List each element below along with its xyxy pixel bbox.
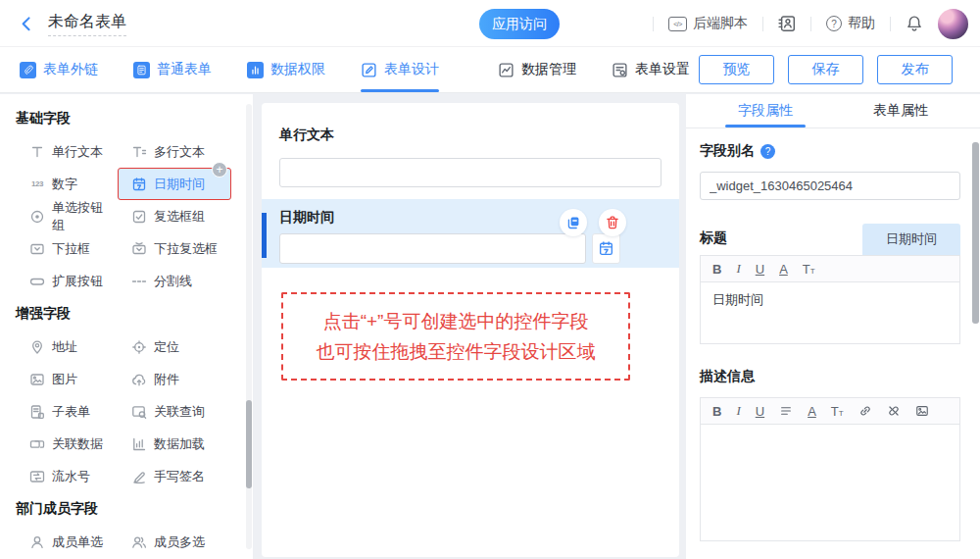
field-datetime-selected[interactable]: 日期时间 <box>262 199 679 268</box>
fontsize-tool[interactable]: TT <box>803 262 815 277</box>
link-tool[interactable] <box>858 404 872 418</box>
locate-icon <box>131 339 147 355</box>
title-editor-toolbar: BIUATT <box>700 255 960 282</box>
panel-tabs: 字段属性 表单属性 <box>686 94 980 128</box>
tab-document[interactable]: 普通表单 <box>133 47 212 92</box>
tab-paperclip[interactable]: 表单外链 <box>20 47 98 92</box>
datetime-input[interactable] <box>279 233 586 264</box>
color-tool[interactable]: A <box>779 262 788 277</box>
bold-tool[interactable]: B <box>712 404 721 419</box>
fontsize-tool[interactable]: TT <box>831 404 844 419</box>
help-button[interactable]: ? 帮助 <box>826 15 875 32</box>
panel-scrollbar-thumb[interactable] <box>972 142 979 324</box>
field-alias-input[interactable] <box>700 172 960 200</box>
field-item-locate[interactable]: 定位 <box>118 330 231 363</box>
field-item-select[interactable]: 下拉框 <box>16 232 114 265</box>
field-item-linked-query[interactable]: 关联查询 <box>118 395 231 428</box>
member-single-icon <box>29 534 45 550</box>
map-pin-icon <box>29 339 45 355</box>
title-label: 标题 <box>700 229 727 247</box>
address-book-icon[interactable] <box>778 15 796 32</box>
subform-icon <box>29 404 45 420</box>
multi-select-icon <box>131 241 147 257</box>
form-design-canvas: 单行文本 日期时间 点击“+”号可创建选中的控件字段 也可按住拖拽至控件字段设计… <box>262 103 679 557</box>
description-editor-content[interactable] <box>700 425 960 541</box>
sidebar-scrollbar-thumb[interactable] <box>246 400 252 488</box>
field-item-member-multi[interactable]: 成员多选 <box>118 526 231 558</box>
divider <box>810 17 811 31</box>
tab-form-edit[interactable]: 表单设计 <box>361 47 439 92</box>
datetime-picker-button[interactable] <box>592 233 620 264</box>
field-item-divider[interactable]: 分割线 <box>118 265 231 297</box>
italic-tool[interactable]: I <box>736 403 740 419</box>
field-item-signature[interactable]: 手写签名 <box>118 460 231 492</box>
field-item-data-load[interactable]: 数据加载 <box>118 428 231 460</box>
underline-tool[interactable]: U <box>756 262 764 277</box>
multi-line-text-icon <box>131 144 147 160</box>
checkbox-icon <box>131 209 147 225</box>
document-icon <box>133 62 150 78</box>
code-icon: </> <box>668 17 687 31</box>
member-multi-icon <box>131 534 147 550</box>
unlink-tool[interactable] <box>887 404 901 418</box>
backend-script-button[interactable]: </> 后端脚本 <box>668 15 748 32</box>
serial-number-icon <box>29 469 45 484</box>
save-button[interactable]: 保存 <box>788 55 863 84</box>
linked-query-icon <box>131 404 147 420</box>
data-load-icon <box>131 436 147 452</box>
form-edit-icon <box>361 62 377 78</box>
button-icon <box>29 274 45 289</box>
selection-bar <box>262 213 267 258</box>
field-item-calendar[interactable]: 日期时间+ <box>118 168 231 200</box>
tab-form-settings[interactable]: 表单设置 <box>612 47 690 92</box>
trash-icon <box>605 215 620 230</box>
field-item-image[interactable]: 图片 <box>16 363 114 395</box>
help-badge-icon[interactable]: ? <box>760 144 775 159</box>
tab-field-properties[interactable]: 字段属性 <box>734 94 797 127</box>
form-title[interactable]: 未命名表单 <box>48 12 126 36</box>
field-item-linked-data[interactable]: 关联数据 <box>16 428 114 460</box>
nav-tabs: 表单外链普通表单数据权限表单设计数据管理表单设置 <box>20 47 690 92</box>
bold-tool[interactable]: B <box>712 262 721 277</box>
field-type-badge: 日期时间 <box>862 224 960 255</box>
field-item-button[interactable]: 扩展按钮 <box>16 265 114 297</box>
tab-bar-chart[interactable]: 数据权限 <box>247 47 325 92</box>
field-item-map-pin[interactable]: 地址 <box>16 330 114 363</box>
color-tool[interactable]: A <box>808 404 816 419</box>
bar-chart-icon <box>247 62 264 78</box>
add-field-plus-icon[interactable]: + <box>212 162 227 178</box>
field-item-single-line-text[interactable]: 单行文本 <box>16 135 114 168</box>
single-line-text-input[interactable] <box>279 158 662 187</box>
italic-tool[interactable]: I <box>736 261 740 277</box>
top-bar: 未命名表单 应用访问 </> 后端脚本 ? 帮助 <box>0 0 980 47</box>
preview-button[interactable]: 预览 <box>699 55 774 84</box>
field-item-subform[interactable]: 子表单 <box>16 395 114 428</box>
back-icon[interactable] <box>18 15 35 32</box>
field-single-line-text[interactable]: 单行文本 <box>262 103 679 187</box>
field-item-number[interactable]: 123数字 <box>16 168 114 200</box>
select-icon <box>29 241 45 257</box>
align-tool[interactable] <box>779 404 793 418</box>
tab-form-properties[interactable]: 表单属性 <box>869 94 932 127</box>
user-avatar[interactable] <box>938 9 968 39</box>
tab-data-chart[interactable]: 数据管理 <box>498 47 576 92</box>
radio-icon <box>29 209 45 225</box>
delete-field-button[interactable] <box>599 209 626 236</box>
divider <box>762 17 763 31</box>
publish-button[interactable]: 发布 <box>877 55 953 84</box>
title-editor-content[interactable]: 日期时间 <box>700 282 960 344</box>
field-item-serial-number[interactable]: 流水号 <box>16 460 114 492</box>
copy-field-button[interactable] <box>560 209 587 236</box>
calendar-icon <box>131 177 147 192</box>
underline-tool[interactable]: U <box>756 404 764 419</box>
data-chart-icon <box>498 62 514 78</box>
app-access-button[interactable]: 应用访问 <box>479 9 560 39</box>
section-header: 部门成员字段 <box>16 500 253 518</box>
field-item-checkbox[interactable]: 复选框组 <box>118 200 231 232</box>
field-item-radio[interactable]: 单选按钮组 <box>16 200 114 232</box>
bell-icon[interactable] <box>906 15 923 32</box>
field-item-attachment[interactable]: 附件 <box>118 363 231 395</box>
field-item-member-single[interactable]: 成员单选 <box>16 526 114 558</box>
field-item-multi-select[interactable]: 下拉复选框 <box>118 232 231 265</box>
image-tool[interactable] <box>915 404 929 418</box>
